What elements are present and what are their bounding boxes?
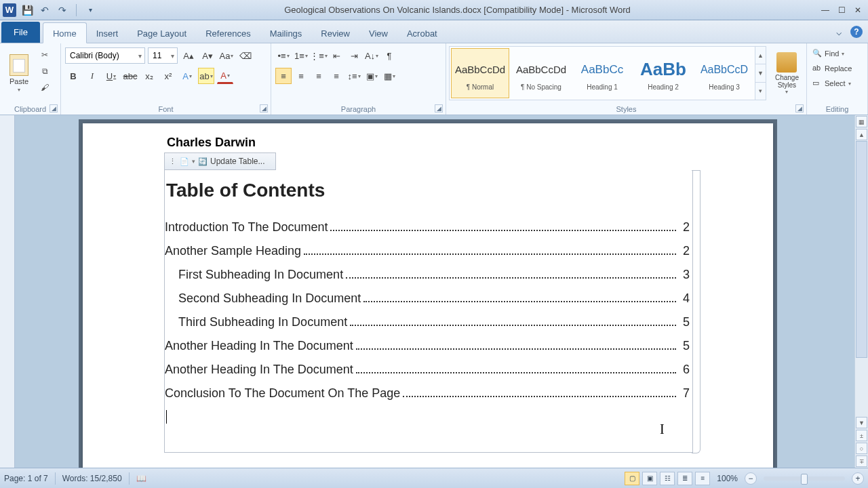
gallery-up-icon[interactable]: ▲ [755, 47, 766, 64]
line-spacing-icon[interactable]: ↕≡ [346, 68, 362, 84]
bold-button[interactable]: B [65, 68, 81, 84]
text-effects-icon[interactable]: A [179, 68, 195, 84]
subscript-button[interactable]: x₂ [141, 68, 157, 84]
change-styles-button[interactable]: Change Styles ▾ [770, 46, 804, 100]
superscript-button[interactable]: x² [160, 68, 176, 84]
strikethrough-button[interactable]: abc [122, 68, 138, 84]
proofing-icon[interactable]: 📖 [136, 474, 146, 483]
page[interactable]: Charles Darwin ⋮ 📄 ▾ 🔄 Update Table... T… [83, 123, 773, 468]
update-table-button[interactable]: Update Table... [210, 157, 265, 166]
scroll-down-icon[interactable]: ▼ [856, 417, 867, 428]
close-button[interactable]: ✕ [850, 4, 865, 16]
replace-button[interactable]: abReplace [811, 62, 863, 75]
increase-indent-icon[interactable]: ⇥ [346, 47, 362, 64]
full-screen-view-button[interactable]: ▣ [642, 472, 657, 485]
align-right-button[interactable]: ≡ [311, 68, 327, 84]
toc-entry[interactable]: Third Subheading In Document5 [165, 315, 692, 329]
zoom-out-button[interactable]: − [745, 472, 757, 485]
style-item---no-spacing[interactable]: AaBbCcDd¶ No Spacing [512, 48, 570, 98]
scroll-up-icon[interactable]: ▲ [856, 129, 867, 140]
decrease-indent-icon[interactable]: ⇤ [328, 47, 344, 64]
align-center-button[interactable]: ≡ [293, 68, 309, 84]
undo-icon[interactable]: ↶ [38, 3, 52, 17]
qat-customize-icon[interactable]: ▾ [83, 3, 97, 17]
tab-mailings[interactable]: Mailings [260, 23, 312, 43]
vertical-scrollbar[interactable]: ▦ ▲ ▼ ± ○ ∓ [854, 115, 868, 468]
help-icon[interactable]: ? [850, 26, 863, 38]
scroll-track[interactable] [856, 141, 867, 416]
document-viewport[interactable]: Charles Darwin ⋮ 📄 ▾ 🔄 Update Table... T… [15, 115, 854, 468]
style-item-heading-1[interactable]: AaBbCcHeading 1 [573, 48, 631, 98]
toc-options-icon[interactable]: 📄 [180, 157, 189, 166]
select-button[interactable]: ▭Select▾ [811, 77, 863, 89]
paste-button[interactable]: Paste ▾ [4, 46, 34, 100]
toc-entry[interactable]: Another Heading In The Document5 [165, 339, 692, 353]
minimize-ribbon-icon[interactable]: ⌵ [833, 26, 845, 38]
toc-entry[interactable]: Introduction To The Document2 [165, 220, 692, 235]
justify-button[interactable]: ≡ [328, 68, 344, 84]
gallery-down-icon[interactable]: ▼ [755, 64, 766, 82]
zoom-level[interactable]: 100% [717, 474, 738, 483]
word-count[interactable]: Words: 15/2,850 [62, 474, 122, 483]
toc-entry[interactable]: Second Subheading In Document4 [165, 291, 692, 306]
scroll-thumb[interactable] [856, 141, 867, 358]
sort-icon[interactable]: A↓ [363, 47, 380, 64]
style-item---normal[interactable]: AaBbCcDd¶ Normal [451, 48, 509, 98]
tab-view[interactable]: View [359, 23, 397, 43]
tab-acrobat[interactable]: Acrobat [397, 23, 447, 43]
browse-prev-icon[interactable]: ± [856, 430, 867, 441]
outline-view-button[interactable]: ≣ [677, 472, 692, 485]
align-left-button[interactable]: ≡ [275, 68, 292, 84]
toc-title[interactable]: Table of Contents [165, 180, 692, 201]
tab-file[interactable]: File [1, 22, 40, 43]
tab-references[interactable]: References [196, 23, 260, 43]
underline-button[interactable]: U [103, 68, 119, 84]
show-marks-icon[interactable]: ¶ [381, 47, 397, 64]
minimize-button[interactable]: — [818, 4, 833, 16]
font-dialog-launcher[interactable]: ◢ [260, 104, 268, 113]
author-name[interactable]: Charles Darwin [83, 136, 773, 150]
borders-icon[interactable]: ▦ [381, 68, 397, 84]
style-item-heading-3[interactable]: AaBbCcDHeading 3 [695, 48, 753, 98]
grow-font-icon[interactable]: A▴ [180, 47, 197, 64]
zoom-slider[interactable] [764, 476, 845, 481]
shading-icon[interactable]: ▣ [363, 68, 380, 84]
toc-container[interactable]: Table of Contents Introduction To The Do… [164, 170, 693, 453]
tab-home[interactable]: Home [43, 22, 87, 43]
style-item-heading-2[interactable]: AaBbHeading 2 [634, 48, 692, 98]
tab-insert[interactable]: Insert [87, 23, 128, 43]
italic-button[interactable]: I [84, 68, 100, 84]
clipboard-dialog-launcher[interactable]: ◢ [50, 104, 58, 113]
change-case-icon[interactable]: Aa [218, 47, 235, 64]
toc-dropdown-icon[interactable]: ▾ [192, 158, 195, 165]
vertical-ruler[interactable] [0, 115, 15, 468]
toc-entry[interactable]: Another Sample Heading2 [165, 244, 692, 258]
web-layout-view-button[interactable]: ☷ [660, 472, 675, 485]
zoom-in-button[interactable]: + [852, 472, 864, 485]
tab-page-layout[interactable]: Page Layout [127, 23, 196, 43]
browse-object-icon[interactable]: ○ [856, 443, 867, 454]
ruler-toggle-icon[interactable]: ▦ [856, 116, 867, 127]
numbering-icon[interactable]: 1≡ [293, 47, 309, 64]
gallery-more-icon[interactable]: ▾ [755, 83, 766, 100]
save-icon[interactable]: 💾 [20, 3, 34, 17]
styles-dialog-launcher[interactable]: ◢ [795, 104, 804, 113]
toc-entry[interactable]: Conclusion To The Document On The Page7 [165, 386, 692, 401]
copy-icon[interactable]: ⧉ [38, 65, 52, 77]
toc-entry[interactable]: Another Heading In The Document6 [165, 363, 692, 377]
multilevel-list-icon[interactable]: ⋮≡ [311, 47, 327, 64]
draft-view-button[interactable]: ≡ [695, 472, 710, 485]
toc-drag-handle-icon[interactable]: ⋮ [167, 157, 177, 166]
redo-icon[interactable]: ↷ [56, 3, 69, 17]
toc-entry[interactable]: First Subheading In Document3 [165, 268, 692, 282]
font-color-button[interactable]: A [217, 68, 233, 84]
font-size-select[interactable]: 11 [148, 47, 178, 64]
paragraph-dialog-launcher[interactable]: ◢ [435, 104, 443, 113]
maximize-button[interactable]: ☐ [834, 4, 849, 16]
page-indicator[interactable]: Page: 1 of 7 [4, 474, 48, 483]
tab-review[interactable]: Review [311, 23, 359, 43]
format-painter-icon[interactable]: 🖌 [38, 81, 52, 94]
shrink-font-icon[interactable]: A▾ [199, 47, 216, 64]
bullets-icon[interactable]: •≡ [275, 47, 292, 64]
highlight-color-button[interactable]: ab [198, 68, 214, 84]
